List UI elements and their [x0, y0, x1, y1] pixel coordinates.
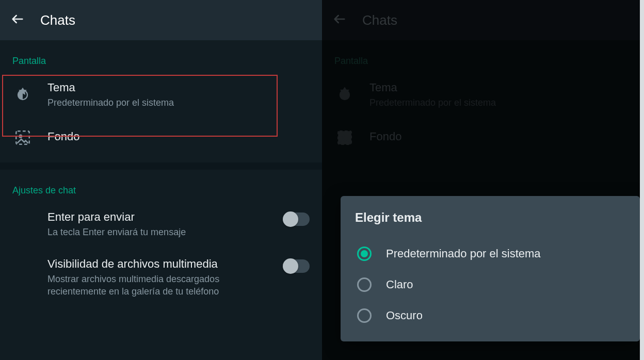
- page-title: Chats: [362, 12, 397, 28]
- theme-subtitle: Predeterminado por el sistema: [47, 96, 310, 109]
- theme-dialog: Elegir tema Predeterminado por el sistem…: [341, 196, 640, 341]
- settings-panel-left: Chats Pantalla Tema Predeterminado por e…: [0, 0, 322, 360]
- enter-sub: La tecla Enter enviará tu mensaje: [47, 226, 272, 238]
- back-arrow-icon[interactable]: [10, 12, 25, 28]
- media-title: Visibilidad de archivos multimedia: [47, 257, 272, 271]
- theme-row[interactable]: Tema Predeterminado por el sistema: [0, 72, 322, 118]
- header: Chats: [0, 0, 322, 40]
- radio-icon: [357, 247, 372, 261]
- dialog-title: Elegir tema: [355, 210, 625, 225]
- theme-option-light[interactable]: Claro: [355, 269, 625, 300]
- wallpaper-row: Fondo: [322, 118, 644, 157]
- enter-toggle[interactable]: [283, 212, 310, 226]
- svg-point-2: [19, 135, 22, 138]
- media-toggle[interactable]: [283, 259, 310, 273]
- wallpaper-row[interactable]: Fondo: [0, 118, 322, 157]
- wallpaper-icon: [334, 127, 355, 148]
- radio-icon: [357, 277, 372, 292]
- scrollbar[interactable]: [640, 0, 644, 360]
- enter-title: Enter para enviar: [47, 210, 272, 224]
- section-display-label: Pantalla: [322, 40, 644, 72]
- option-label: Oscuro: [386, 309, 423, 322]
- settings-panel-right: Chats Pantalla Tema Predeterminado por e…: [322, 0, 644, 360]
- theme-icon: [334, 85, 355, 105]
- media-sub: Mostrar archivos multimedia descargados …: [47, 273, 272, 298]
- back-arrow-icon[interactable]: [332, 12, 347, 28]
- theme-option-system[interactable]: Predeterminado por el sistema: [355, 238, 625, 269]
- section-display-label: Pantalla: [0, 40, 322, 72]
- wallpaper-title: Fondo: [369, 130, 632, 143]
- theme-option-dark[interactable]: Oscuro: [355, 300, 625, 331]
- theme-icon: [12, 85, 33, 105]
- page-title: Chats: [40, 12, 75, 28]
- option-label: Claro: [386, 278, 413, 291]
- theme-row: Tema Predeterminado por el sistema: [322, 72, 644, 118]
- enter-to-send-row[interactable]: Enter para enviar La tecla Enter enviará…: [0, 201, 322, 248]
- wallpaper-icon: [12, 127, 33, 148]
- svg-point-3: [340, 90, 349, 100]
- radio-icon: [357, 308, 372, 323]
- theme-subtitle: Predeterminado por el sistema: [369, 96, 632, 109]
- section-chat-label: Ajustes de chat: [0, 170, 322, 201]
- option-label: Predeterminado por el sistema: [386, 247, 541, 260]
- theme-title: Tema: [369, 81, 632, 94]
- theme-title: Tema: [47, 81, 310, 94]
- divider: [0, 162, 322, 170]
- wallpaper-title: Fondo: [47, 130, 310, 143]
- media-visibility-row[interactable]: Visibilidad de archivos multimedia Mostr…: [0, 248, 322, 307]
- header: Chats: [322, 0, 644, 40]
- svg-point-5: [341, 135, 344, 138]
